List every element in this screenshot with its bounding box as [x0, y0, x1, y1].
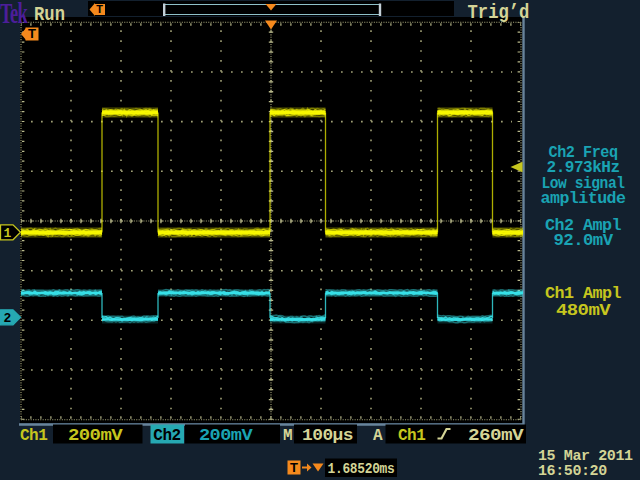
svg-text:Trig’d: Trig’d — [468, 1, 530, 25]
svg-text:480mV: 480mV — [556, 302, 611, 320]
svg-text:Ch1: Ch1 — [398, 427, 425, 445]
svg-text:Ch1 Ampl: Ch1 Ampl — [545, 285, 621, 303]
svg-text:amplitude: amplitude — [541, 190, 626, 208]
svg-text:Tek: Tek — [0, 0, 28, 29]
svg-text:2: 2 — [4, 311, 12, 326]
svg-text:1: 1 — [4, 226, 12, 241]
svg-text:Ch2: Ch2 — [153, 427, 180, 445]
svg-text:1.68520ms: 1.68520ms — [328, 461, 395, 477]
svg-text:A: A — [373, 427, 383, 445]
svg-text:T: T — [290, 460, 298, 475]
svg-text:260mV: 260mV — [468, 427, 524, 445]
svg-text:200mV: 200mV — [68, 427, 123, 445]
svg-text:15 Mar 2011: 15 Mar 2011 — [538, 448, 633, 465]
svg-text:Ch1: Ch1 — [20, 427, 47, 445]
svg-text:Run: Run — [34, 3, 65, 27]
svg-text:92.0mV: 92.0mV — [554, 232, 614, 250]
svg-text:100µs: 100µs — [302, 427, 353, 445]
svg-text:16:50:20: 16:50:20 — [538, 463, 607, 480]
svg-text:T: T — [28, 26, 36, 41]
svg-text:T: T — [96, 3, 103, 15]
svg-text:200mV: 200mV — [199, 427, 253, 445]
svg-text:M: M — [283, 427, 292, 445]
